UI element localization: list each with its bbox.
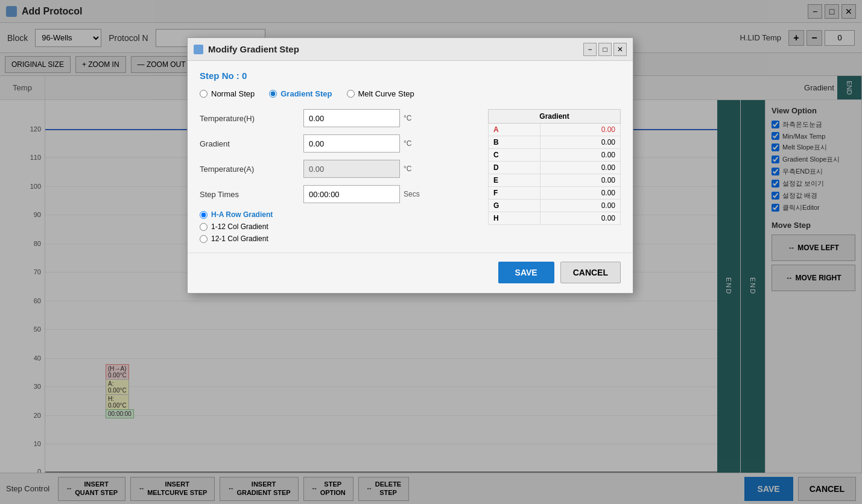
- temp-h-unit: °C: [404, 114, 411, 122]
- radio-melt-input[interactable]: [347, 90, 355, 98]
- gradient-direction-radio-group: H-A Row Gradient 1-12 Col Gradient 12-1 …: [200, 210, 476, 243]
- gradient-row-label: A: [489, 124, 540, 136]
- gradient-table-header: Gradient: [489, 110, 621, 124]
- radio-121-input[interactable]: [200, 235, 208, 243]
- gradient-row-value: 0.00: [540, 187, 621, 200]
- gradient-table-section: Gradient A0.00B0.00C0.00D0.00E0.00F0.00G…: [488, 109, 621, 243]
- gradient-row-value: 0.00: [540, 136, 621, 149]
- temp-h-input-group: °C: [303, 109, 476, 127]
- radio-112-input[interactable]: [200, 223, 208, 231]
- gradient-row-value: 0.00: [540, 124, 621, 136]
- modal-icon: [194, 45, 203, 54]
- radio-normal-step[interactable]: Normal Step: [200, 89, 255, 98]
- gradient-row-label: F: [489, 187, 540, 200]
- gradient-table-row: H0.00: [489, 212, 621, 225]
- radio-ha-label: H-A Row Gradient: [211, 210, 273, 219]
- temperature-a-row: Temperature(A) °C: [200, 160, 476, 178]
- radio-ha-input[interactable]: [200, 211, 208, 219]
- radio-gradient-step[interactable]: Gradient Step: [269, 89, 332, 98]
- modal-save-button[interactable]: SAVE: [498, 262, 554, 283]
- gradient-table: Gradient A0.00B0.00C0.00D0.00E0.00F0.00G…: [488, 109, 621, 225]
- temperature-h-row: Temperature(H) °C: [200, 109, 476, 127]
- modal-restore-button[interactable]: □: [598, 43, 612, 56]
- gradient-table-row: F0.00: [489, 187, 621, 200]
- step-times-unit: Secs: [404, 190, 420, 198]
- temp-a-unit: °C: [404, 165, 411, 173]
- radio-melt-curve-step[interactable]: Melt Curve Step: [347, 89, 414, 98]
- radio-normal-input[interactable]: [200, 90, 208, 98]
- modal-close-button[interactable]: ✕: [613, 43, 627, 56]
- gradient-table-row: C0.00: [489, 149, 621, 162]
- gradient-label: Gradient: [200, 139, 296, 148]
- gradient-form: Temperature(H) °C Gradient °C: [200, 109, 476, 243]
- gradient-row-value: 0.00: [540, 212, 621, 225]
- step-times-row: Step Times Secs: [200, 185, 476, 203]
- gradient-section: Temperature(H) °C Gradient °C: [200, 109, 621, 243]
- modify-gradient-step-modal: Modify Gradient Step − □ ✕ Step No : 0 N…: [187, 37, 633, 294]
- gradient-row-label: C: [489, 149, 540, 162]
- radio-112-label: 1-12 Col Gradient: [211, 222, 268, 231]
- gradient-table-row: A0.00: [489, 124, 621, 136]
- gradient-input-group: °C: [303, 134, 476, 153]
- step-number: Step No : 0: [200, 71, 621, 81]
- modal-overlay: Modify Gradient Step − □ ✕ Step No : 0 N…: [0, 0, 862, 504]
- modal-minimize-button[interactable]: −: [583, 43, 597, 56]
- modal-title: Modify Gradient Step: [208, 44, 299, 54]
- gradient-unit: °C: [404, 139, 411, 148]
- gradient-row: Gradient °C: [200, 134, 476, 153]
- radio-melt-label: Melt Curve Step: [358, 89, 414, 98]
- gradient-row-value: 0.00: [540, 149, 621, 162]
- gradient-input[interactable]: [303, 134, 400, 153]
- gradient-row-label: D: [489, 162, 540, 174]
- radio-112-col[interactable]: 1-12 Col Gradient: [200, 222, 476, 231]
- temp-a-label: Temperature(A): [200, 165, 296, 174]
- gradient-table-row: E0.00: [489, 174, 621, 187]
- temp-a-input-group: °C: [303, 160, 476, 178]
- step-type-radio-group: Normal Step Gradient Step Melt Curve Ste…: [200, 89, 621, 98]
- modal-footer: SAVE CANCEL: [188, 253, 633, 293]
- gradient-table-row: D0.00: [489, 162, 621, 174]
- radio-normal-label: Normal Step: [211, 89, 255, 98]
- modal-body: Step No : 0 Normal Step Gradient Step Me…: [188, 61, 633, 253]
- gradient-row-label: G: [489, 200, 540, 212]
- gradient-row-value: 0.00: [540, 162, 621, 174]
- radio-121-col[interactable]: 12-1 Col Gradient: [200, 235, 476, 243]
- modal-cancel-button[interactable]: CANCEL: [560, 262, 621, 283]
- radio-121-label: 12-1 Col Gradient: [211, 235, 268, 243]
- gradient-table-row: B0.00: [489, 136, 621, 149]
- gradient-row-label: H: [489, 212, 540, 225]
- step-times-input-group: Secs: [303, 185, 476, 203]
- temp-a-input[interactable]: [303, 160, 400, 178]
- temp-h-input[interactable]: [303, 109, 400, 127]
- modal-titlebar: Modify Gradient Step − □ ✕: [188, 38, 633, 61]
- gradient-row-label: E: [489, 174, 540, 187]
- gradient-table-row: G0.00: [489, 200, 621, 212]
- step-times-label: Step Times: [200, 190, 296, 199]
- radio-ha-row[interactable]: H-A Row Gradient: [200, 210, 476, 219]
- radio-gradient-label: Gradient Step: [280, 89, 332, 98]
- radio-gradient-input[interactable]: [269, 90, 277, 98]
- step-times-input[interactable]: [303, 185, 400, 203]
- gradient-row-value: 0.00: [540, 174, 621, 187]
- modal-window-controls: − □ ✕: [583, 43, 627, 56]
- gradient-row-value: 0.00: [540, 200, 621, 212]
- gradient-row-label: B: [489, 136, 540, 149]
- temp-h-label: Temperature(H): [200, 114, 296, 123]
